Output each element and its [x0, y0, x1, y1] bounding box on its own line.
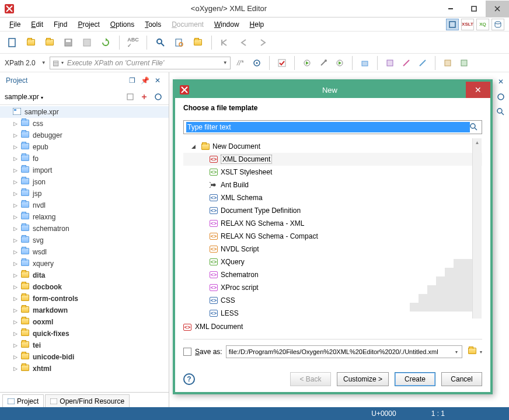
twist-icon[interactable]: ▷ — [12, 202, 19, 208]
tool3-button[interactable] — [416, 57, 429, 69]
tree-item[interactable]: ▷docbook — [0, 281, 169, 293]
saveas-checkbox[interactable] — [183, 348, 191, 356]
twist-icon[interactable]: ▷ — [12, 249, 19, 255]
transform-debug-button[interactable] — [333, 57, 346, 69]
tab-project[interactable]: Project — [2, 394, 44, 407]
menu-window[interactable]: Window — [210, 19, 244, 30]
twist-icon[interactable]: ▷ — [12, 121, 19, 127]
tree-item[interactable]: ▷nvdl — [0, 200, 169, 211]
validate-button[interactable] — [276, 57, 288, 69]
xpath-settings-button[interactable] — [250, 57, 263, 69]
template-item[interactable]: <>NVDL Script — [183, 243, 482, 256]
spellcheck-button[interactable]: ABC✓ — [125, 35, 141, 50]
project-settings-button[interactable] — [152, 91, 164, 103]
template-root[interactable]: ◢ New Document — [183, 140, 482, 153]
tree-item[interactable]: ▷svg — [0, 235, 169, 246]
editor-close-icon[interactable]: ✕ — [495, 76, 507, 88]
new-file-button[interactable] — [5, 35, 20, 50]
open-url-button[interactable] — [42, 35, 57, 50]
twist-icon[interactable]: ▷ — [12, 237, 19, 243]
filter-input[interactable] — [186, 122, 470, 132]
menu-edit[interactable]: Edit — [26, 19, 48, 30]
menu-project[interactable]: Project — [73, 19, 104, 30]
twist-icon[interactable]: ▷ — [12, 296, 19, 302]
link-editor-button[interactable] — [138, 91, 150, 103]
cancel-button[interactable]: Cancel — [441, 372, 482, 386]
tree-item[interactable]: ▷relaxng — [0, 211, 169, 223]
twist-icon[interactable]: ▷ — [12, 132, 19, 138]
tree-item[interactable]: ▷unicode-bidi — [0, 351, 169, 363]
save-button[interactable] — [61, 35, 76, 50]
xpath-xslt-button[interactable]: //* — [234, 57, 247, 69]
xpath-input-end-dropdown-icon[interactable]: ▼ — [223, 60, 228, 65]
twist-icon[interactable]: ▷ — [12, 354, 19, 360]
tree-item[interactable]: ▷markdown — [0, 304, 169, 316]
tree-item[interactable]: ▷ooxml — [0, 316, 169, 328]
twist-icon[interactable]: ▷ — [12, 226, 19, 232]
twist-icon[interactable]: ▷ — [12, 191, 19, 197]
saveas-browse-button[interactable] — [468, 348, 476, 356]
tree-item[interactable]: ▷wsdl — [0, 246, 169, 258]
nav-back-end-button[interactable] — [218, 35, 233, 50]
saveas-input[interactable] — [226, 345, 462, 358]
save-all-button[interactable] — [79, 35, 95, 50]
twist-icon[interactable]: ▷ — [12, 156, 19, 162]
tree-item[interactable]: ▷import — [0, 164, 169, 176]
tree-item[interactable]: ▷schematron — [0, 223, 169, 235]
filter-search-icon[interactable] — [470, 123, 479, 131]
template-item[interactable]: <>RELAX NG Schema - XML — [183, 217, 482, 230]
twist-icon[interactable]: ▷ — [12, 179, 19, 185]
tree-item[interactable]: ▷dita — [0, 270, 169, 281]
archive-button[interactable] — [358, 57, 371, 69]
template-item[interactable]: <>XML Document — [183, 153, 482, 166]
twist-icon[interactable]: ▷ — [12, 261, 19, 267]
find-in-files-button[interactable] — [190, 35, 205, 50]
nav-forward-button[interactable] — [255, 35, 270, 50]
tree-root[interactable]: sample.xpr — [0, 106, 169, 118]
panel-restore-icon[interactable]: ❐ — [127, 75, 137, 86]
saveas-dropdown-icon[interactable]: ▾ — [455, 349, 458, 355]
twist-icon[interactable]: ▷ — [12, 342, 19, 348]
customize-button[interactable]: Customize > — [337, 372, 389, 386]
template-item[interactable]: <>XML Schema — [183, 191, 482, 204]
minimize-button[interactable] — [439, 1, 462, 17]
twist-icon[interactable]: ▷ — [12, 331, 19, 337]
menu-help[interactable]: Help — [245, 19, 269, 30]
menu-find[interactable]: Find — [49, 19, 72, 30]
template-item[interactable]: Ant Build — [183, 178, 482, 191]
twist-icon[interactable]: ▷ — [12, 167, 19, 173]
twist-icon[interactable]: ▷ — [12, 307, 19, 313]
tree-item[interactable]: ▷epub — [0, 141, 169, 153]
panel-close-icon[interactable]: ✕ — [152, 75, 163, 86]
open-file-button[interactable] — [23, 35, 39, 50]
tool1-button[interactable] — [384, 57, 396, 69]
panel-pin-icon[interactable]: 📌 — [140, 75, 150, 86]
xpath-version-dropdown-icon[interactable]: ▼ — [41, 60, 46, 65]
transform-button[interactable] — [301, 57, 313, 69]
template-item[interactable]: <>XSLT Stylesheet — [183, 166, 482, 178]
saveas-browse-dropdown-icon[interactable]: ▾ — [480, 349, 482, 355]
xpath-input[interactable]: ▤ ▾ Execute XPath on 'Current File' ▼ — [50, 57, 231, 69]
template-tree[interactable]: ◢ New Document <>XML Document<>XSLT Styl… — [183, 138, 482, 319]
editor-settings-icon[interactable] — [495, 91, 507, 103]
configure-transform-button[interactable] — [317, 57, 330, 69]
tree-item[interactable]: ▷debugger — [0, 130, 169, 141]
tree-item[interactable]: ▷jsp — [0, 188, 169, 200]
perspective-xquery-button[interactable]: XQ — [476, 19, 489, 30]
maximize-button[interactable] — [462, 1, 486, 17]
tree-item[interactable]: ▷xquery — [0, 258, 169, 270]
perspective-db-button[interactable] — [491, 19, 504, 30]
collapse-all-button[interactable] — [124, 91, 136, 103]
twist-icon[interactable]: ▷ — [12, 319, 19, 325]
tree-item[interactable]: ▷xhtml — [0, 363, 169, 374]
find-replace-button[interactable] — [172, 35, 187, 50]
tool4-button[interactable] — [441, 57, 454, 69]
tree-item[interactable]: ▷fo — [0, 153, 169, 164]
nav-back-button[interactable] — [236, 35, 252, 50]
template-scrollbar[interactable]: ▲ — [472, 138, 482, 318]
help-button[interactable]: ? — [183, 373, 195, 385]
editor-search-icon[interactable] — [495, 106, 507, 118]
twist-icon[interactable]: ▷ — [12, 272, 19, 278]
template-item[interactable]: <>Document Type Definition — [183, 204, 482, 217]
dialog-close-button[interactable]: ✕ — [466, 82, 490, 98]
